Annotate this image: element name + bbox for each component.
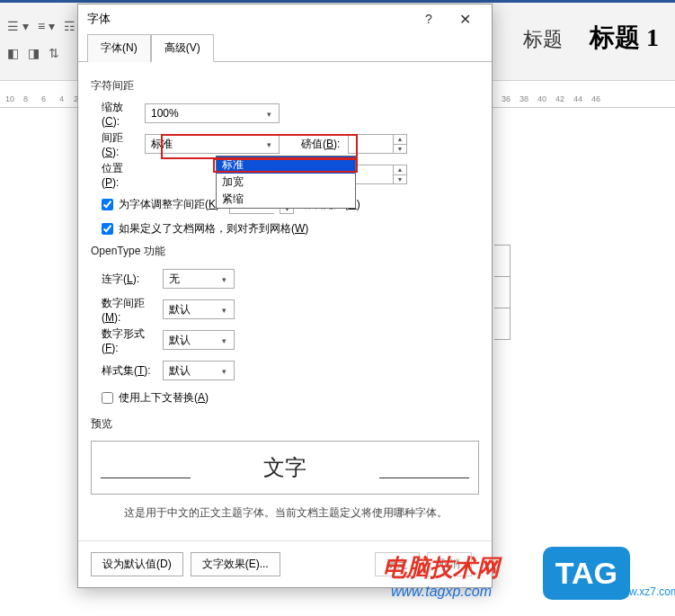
opentype-header: OpenType 功能 <box>91 244 479 259</box>
numforms-label: 数字形式(F): <box>91 326 163 354</box>
tab-label: 高级(V) <box>164 41 200 54</box>
scale-label: 缩放(C): <box>91 100 145 128</box>
text-effects-button[interactable]: 文字效果(E)... <box>191 552 280 576</box>
side-item[interactable] <box>494 245 511 277</box>
by1-spinner[interactable]: ▲▼ <box>348 134 407 154</box>
char-spacing-header: 字符间距 <box>91 78 479 94</box>
combo-value: 默认 <box>169 333 191 348</box>
side-item[interactable] <box>494 308 511 340</box>
dialog-body: 字符间距 缩放(C): 100% ▾ 间距(S): 标准 ▾ 磅值(B): ▲▼… <box>78 62 492 540</box>
chevron-down-icon: ▾ <box>218 304 230 317</box>
heading-styles-gallery: 标题 标题 1 <box>523 21 659 55</box>
dropdown-option-condensed[interactable]: 紧缩 <box>217 191 355 208</box>
dialog-title: 字体 <box>87 11 411 27</box>
spacing-dropdown[interactable]: 标准 加宽 紧缩 <box>216 156 356 209</box>
preview-line-right <box>379 478 469 478</box>
spacing-label: 间距(S): <box>91 130 145 158</box>
help-icon[interactable]: ? <box>411 12 447 26</box>
ruler-mark: 4 <box>59 94 64 103</box>
tabs: 字体(N) 高级(V) <box>78 33 492 62</box>
combo-value: 无 <box>169 272 180 287</box>
ligatures-combo[interactable]: 无 ▾ <box>163 269 235 289</box>
by1-label: 磅值(B): <box>290 137 348 152</box>
ruler-mark: 42 <box>555 94 564 103</box>
set-default-button[interactable]: 设为默认值(D) <box>91 552 183 576</box>
chevron-down-icon: ▾ <box>262 108 275 121</box>
numforms-combo[interactable]: 默认 ▾ <box>163 330 235 350</box>
ruler-mark: 36 <box>502 94 511 103</box>
preview-description: 这是用于中文的正文主题字体。当前文档主题定义将使用哪种字体。 <box>93 505 479 521</box>
by1-input[interactable] <box>348 134 393 154</box>
combo-value: 默认 <box>169 302 191 317</box>
style-heading[interactable]: 标题 <box>523 26 563 53</box>
ribbon-list-icons: ☰ ▾ ≡ ▾ ☶ ▾ <box>7 19 85 33</box>
spin-buttons[interactable]: ▲▼ <box>393 165 407 184</box>
chevron-down-icon: ▾ <box>218 365 230 378</box>
watermark-title: 电脑技术网 <box>383 552 500 584</box>
dropdown-option-standard[interactable]: 标准 <box>217 156 355 174</box>
context-alt-label: 使用上下文替换(A) <box>119 390 209 406</box>
watermark: 电脑技术网 www.tagxp.com <box>383 552 500 600</box>
combo-value: 100% <box>151 107 179 120</box>
tag-url: www.xz7.com <box>614 585 675 598</box>
side-style-bar <box>494 245 511 339</box>
ligatures-label: 连字(L): <box>91 272 163 287</box>
close-icon[interactable]: ✕ <box>447 11 483 28</box>
style-heading-1[interactable]: 标题 1 <box>590 21 659 55</box>
preview-header: 预览 <box>91 416 479 432</box>
chevron-down-icon: ▾ <box>262 138 275 151</box>
chevron-down-icon: ▾ <box>218 335 230 347</box>
number-list-icon[interactable]: ≡ ▾ <box>38 19 55 33</box>
chevron-down-icon: ▾ <box>218 273 230 286</box>
tab-label: 字体(N) <box>101 41 138 54</box>
numspacing-label: 数字间距(M): <box>91 296 163 324</box>
by2-spinner[interactable]: ▲▼ <box>348 165 407 184</box>
dropdown-option-expanded[interactable]: 加宽 <box>217 174 355 191</box>
tab-advanced[interactable]: 高级(V) <box>151 34 214 62</box>
side-item[interactable] <box>494 276 511 308</box>
preview-sample: 文字 <box>263 453 306 482</box>
ruler-mark: 8 <box>23 94 28 103</box>
position-label: 位置(P): <box>91 161 145 189</box>
stylistic-combo[interactable]: 默认 ▾ <box>163 361 235 380</box>
increase-indent-icon[interactable]: ◨ <box>28 46 40 60</box>
scale-combo[interactable]: 100% ▾ <box>145 103 280 123</box>
preview-box: 文字 <box>91 441 479 495</box>
numspacing-combo[interactable]: 默认 ▾ <box>163 299 235 319</box>
ruler-mark: 6 <box>41 94 46 103</box>
dialog-titlebar: 字体 ? ✕ <box>78 4 492 33</box>
stylistic-label: 样式集(T): <box>91 363 163 379</box>
ruler-mark: 10 <box>5 94 14 103</box>
decrease-indent-icon[interactable]: ◧ <box>7 46 19 60</box>
sort-icon[interactable]: ⇅ <box>49 46 59 60</box>
kerning-label-prefix: 为字体调整字间距(K): <box>119 197 222 212</box>
preview-line-left <box>101 478 191 478</box>
watermark-url: www.tagxp.com <box>383 584 500 600</box>
tab-font[interactable]: 字体(N) <box>87 34 151 62</box>
ruler-mark: 40 <box>537 94 546 103</box>
ruler-mark: 46 <box>591 94 600 103</box>
context-alt-checkbox[interactable] <box>102 392 113 404</box>
snap-grid-label: 如果定义了文档网格，则对齐到网格(W) <box>119 221 308 237</box>
snap-grid-checkbox[interactable] <box>102 223 113 235</box>
ruler-mark: 38 <box>520 94 528 103</box>
kerning-checkbox[interactable] <box>102 199 113 210</box>
font-dialog: 字体 ? ✕ 字体(N) 高级(V) 字符间距 缩放(C): 100% ▾ 间距… <box>77 4 493 588</box>
combo-value: 标准 <box>151 137 173 152</box>
combo-value: 默认 <box>169 363 191 379</box>
ruler-mark: 44 <box>573 94 582 103</box>
spin-buttons[interactable]: ▲▼ <box>393 134 407 154</box>
spacing-combo[interactable]: 标准 ▾ <box>145 134 280 154</box>
bullet-list-icon[interactable]: ☰ ▾ <box>7 19 29 33</box>
